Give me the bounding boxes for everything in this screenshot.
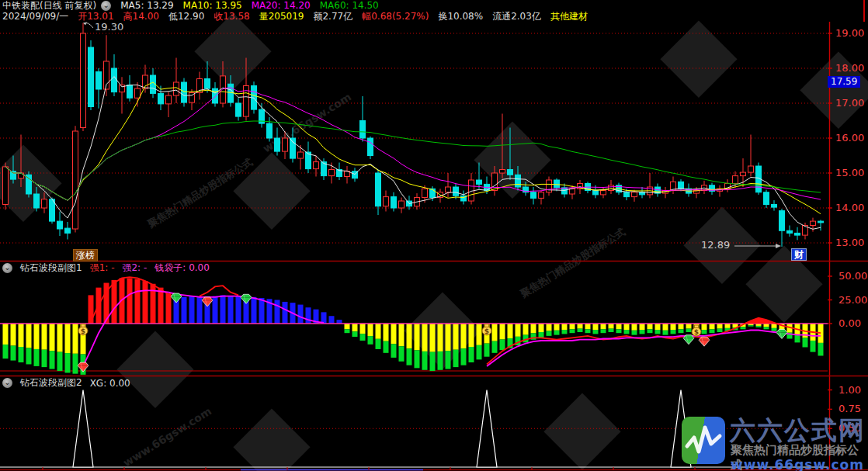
sub1-field: 强1: - (90, 261, 115, 275)
main-axis-tick-label: 17.00 (835, 97, 864, 109)
quote-info-item: 量205019 (259, 11, 304, 22)
sub2-header: ⌄ 钻石波段副图2 XG: 0.00 (2, 377, 138, 389)
main-axis-tick-label: 18.00 (835, 62, 864, 74)
quote-info-item: 额2.77亿 (313, 11, 352, 22)
main-axis-tick-label: 13.00 (835, 237, 864, 248)
svg-text:$: $ (484, 327, 489, 335)
main-axis-tick-label: 19.00 (835, 27, 864, 39)
main-chart-header: 中铁装配(日线 前复权) ⌄ MA5: 13.29MA10: 13.95MA20… (2, 0, 388, 11)
brand-logo-icon (682, 417, 725, 464)
quote-info-bar: 2024/09/09/一开13.01高14.00低12.90收13.58量205… (2, 11, 597, 22)
sub1-field: 强2: - (122, 261, 147, 275)
annotation-high-price: 19.30 (95, 21, 123, 33)
quote-info-item: 高14.00 (123, 11, 159, 22)
sub2-field: XG: 0.00 (90, 378, 130, 389)
diamond-signal-icon (78, 362, 89, 372)
sub1-header: ⌄ 钻石波段副图1 强1: -强2: -钱袋子: 0.00 (2, 262, 217, 274)
brand-watermark: 六六公式网 聚焦热门精品炒股指标公式 www.66gsw.com (680, 415, 866, 469)
svg-text:$: $ (81, 327, 85, 335)
annotation-low-price: 12.89 (701, 239, 730, 251)
tag-cai[interactable]: 财 (791, 248, 807, 261)
sub1-axis-tick-label: 50.00 (838, 270, 867, 282)
sub1-axis-tick-label: 0.00 (838, 317, 861, 329)
sub2-axis-tick-label: 1.00 (838, 384, 861, 396)
sub1-field: 钱袋子: 0.00 (155, 261, 210, 275)
app-root: $$$ 中铁装配(日线 前复权) ⌄ MA5: 13.29MA10: 13.95… (0, 0, 868, 471)
brand-url: www.66gsw.com (731, 457, 864, 471)
stock-title: 中铁装配(日线 前复权) (2, 0, 96, 11)
chevron-down-icon[interactable]: ⌄ (2, 378, 12, 388)
ma-value: MA60: 14.50 (320, 0, 379, 11)
quote-info-item: 收13.58 (214, 11, 249, 22)
quote-info-item: 其他建材 (550, 11, 588, 22)
ma-value: MA20: 14.20 (252, 0, 311, 11)
main-axis-tick-label: 16.00 (835, 132, 864, 144)
ma-value: MA10: 13.95 (183, 0, 242, 11)
diamond-signal-icon (683, 335, 694, 345)
sub1-axis-tick-label: 25.00 (838, 294, 867, 306)
svg-text:$: $ (694, 328, 699, 336)
quote-info-item: 幅0.68(5.27%) (362, 11, 429, 22)
quote-info-item: 开13.01 (78, 11, 113, 22)
diamond-signal-icon (699, 337, 710, 346)
main-axis-tick-label: 14.00 (835, 202, 864, 213)
quote-info-item: 2024/09/09/一 (2, 11, 68, 22)
price-marker-box: 17.59 (828, 76, 860, 88)
sub2-title: 钻石波段副图2 (20, 376, 82, 390)
quote-info-item: 低12.90 (168, 11, 204, 22)
chevron-down-icon[interactable]: ⌄ (2, 263, 12, 273)
quote-info-item: 流通2.03亿 (492, 11, 541, 22)
diamond-signal-icon (202, 297, 213, 306)
main-axis-tick-label: 15.00 (835, 167, 864, 178)
ma-value: MA5: 13.29 (120, 0, 173, 11)
quote-info-item: 换10.08% (438, 11, 483, 22)
tag-zhangbang[interactable]: 涨榜 (73, 249, 98, 261)
diamond-signal-icon (171, 293, 182, 303)
diamond-signal-icon (241, 294, 252, 303)
charts-canvas[interactable]: $$$ (0, 0, 868, 471)
diamond-signal-icon (776, 329, 787, 338)
sub1-title: 钻石波段副图1 (20, 261, 82, 275)
chevron-down-icon[interactable]: ⌄ (101, 1, 111, 11)
